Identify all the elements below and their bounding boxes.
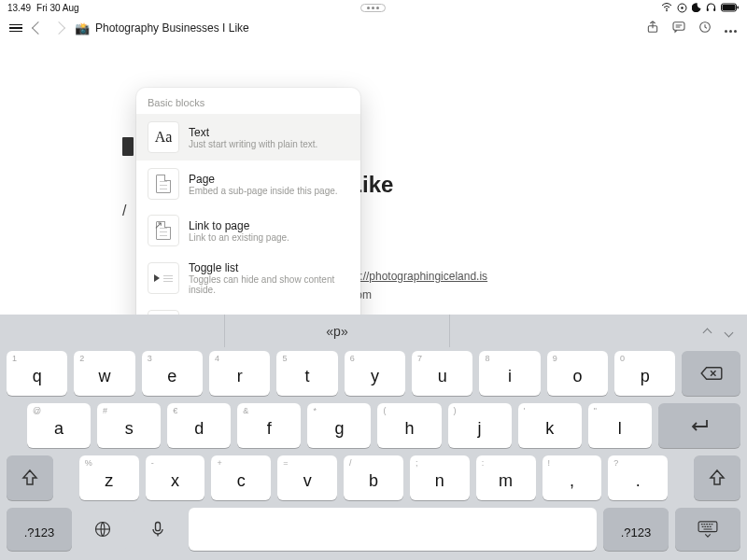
- key-s[interactable]: #s: [97, 403, 161, 448]
- menu-icon[interactable]: [9, 22, 22, 35]
- key-hint: &: [243, 406, 248, 415]
- key-y[interactable]: 6y: [345, 351, 405, 396]
- key-hint: 3: [148, 354, 152, 363]
- key-j[interactable]: )j: [448, 403, 512, 448]
- key-l[interactable]: "l: [588, 403, 652, 448]
- key-d[interactable]: €d: [167, 403, 231, 448]
- key-hint: 5: [282, 354, 287, 363]
- key-hint: !: [548, 458, 551, 468]
- app-toolbar: 📸 Photography Businesses I Like: [0, 15, 747, 41]
- numbers-key-right[interactable]: .?123: [603, 508, 669, 551]
- suggestion-up-icon[interactable]: [704, 323, 711, 340]
- status-time: 13.49: [7, 3, 31, 13]
- wifi-icon: [661, 3, 672, 12]
- space-key[interactable]: [189, 508, 597, 551]
- key-w[interactable]: 2w: [74, 351, 134, 396]
- key-hint: *: [313, 406, 317, 415]
- block-option-title: Link to page: [189, 219, 289, 232]
- comments-icon[interactable]: [671, 20, 686, 37]
- key-i[interactable]: 8i: [479, 351, 540, 396]
- block-option-desc: Toggles can hide and show content inside…: [189, 274, 349, 295]
- key-a[interactable]: @a: [27, 403, 91, 448]
- nav-forward-button[interactable]: [54, 21, 63, 35]
- page-title-breadcrumb: Photography Businesses I Like: [95, 21, 249, 35]
- page-content: I Like / ttps://photographingiceland.is …: [0, 41, 747, 315]
- key-hint: 1: [12, 354, 17, 363]
- nav-back-button[interactable]: [34, 21, 43, 35]
- key-o[interactable]: 9o: [547, 351, 608, 396]
- key-hint: +: [217, 458, 221, 468]
- toggle-list-icon: [148, 262, 179, 294]
- block-option-link-to-page[interactable]: ↗ Link to page Link to an existing page.: [136, 207, 360, 254]
- dnd-moon-icon: [692, 3, 701, 12]
- orientation-lock-icon: [677, 3, 687, 13]
- key-hint: ": [594, 406, 597, 415]
- key-,[interactable]: !,: [543, 455, 602, 500]
- globe-key[interactable]: [78, 508, 127, 551]
- suggestion-left[interactable]: [0, 315, 224, 347]
- block-option-desc: Embed a sub-page inside this page.: [189, 186, 338, 196]
- breadcrumb[interactable]: 📸 Photography Businesses I Like: [75, 21, 249, 35]
- block-option-desc: Link to an existing page.: [189, 232, 289, 243]
- key-f[interactable]: &f: [237, 403, 301, 448]
- key-main: n: [435, 471, 444, 491]
- key-hint: ): [454, 406, 457, 415]
- shift-key-right[interactable]: [694, 455, 740, 500]
- key-hint: -: [151, 458, 154, 468]
- key-c[interactable]: +c: [211, 455, 271, 500]
- suggestion-right[interactable]: [450, 315, 674, 347]
- key-r[interactable]: 4r: [209, 351, 270, 396]
- page-block-icon: [148, 168, 179, 200]
- cover-image-sliver: [122, 137, 134, 156]
- history-icon[interactable]: [698, 20, 712, 37]
- suggestion-down-icon[interactable]: [726, 323, 732, 340]
- key-main: t: [305, 367, 310, 386]
- key-hint: =: [283, 458, 288, 468]
- key-.[interactable]: ?.: [608, 455, 668, 500]
- block-option-desc: Just start writing with plain text.: [189, 139, 317, 149]
- key-g[interactable]: *g: [307, 403, 371, 448]
- key-main: h: [405, 419, 415, 439]
- key-hint: ?: [613, 458, 618, 468]
- more-icon[interactable]: [724, 21, 738, 35]
- multitask-pill-icon[interactable]: [360, 4, 386, 12]
- key-main: p: [641, 367, 650, 386]
- key-n[interactable]: ;n: [410, 455, 470, 500]
- key-hint: 9: [553, 354, 557, 363]
- dictation-key[interactable]: [134, 508, 182, 551]
- block-option-toggle-list[interactable]: Toggle list Toggles can hide and show co…: [136, 254, 360, 302]
- block-option-page[interactable]: Page Embed a sub-page inside this page.: [136, 161, 360, 207]
- onscreen-keyboard: «p» 1q2w3e4r5t6y7u8i9o0p @a#s€d&f*g(h)j'…: [0, 315, 747, 560]
- key-main: .: [636, 471, 641, 491]
- key-b[interactable]: /b: [344, 455, 403, 500]
- return-key[interactable]: [658, 403, 740, 448]
- suggestion-center[interactable]: «p»: [224, 315, 450, 347]
- key-main: z: [105, 471, 113, 491]
- key-q[interactable]: 1q: [7, 351, 67, 396]
- key-h[interactable]: (h: [377, 403, 441, 448]
- key-z[interactable]: %z: [79, 455, 139, 500]
- text-block-icon: Aa: [148, 121, 179, 153]
- key-x[interactable]: -x: [146, 455, 205, 500]
- key-v[interactable]: =v: [277, 455, 337, 500]
- key-main: j: [478, 419, 482, 439]
- backspace-key[interactable]: [682, 351, 740, 396]
- share-icon[interactable]: [645, 20, 660, 37]
- key-hint: ': [524, 406, 526, 415]
- block-option-text[interactable]: Aa Text Just start writing with plain te…: [136, 114, 360, 161]
- shift-key-left[interactable]: [7, 455, 53, 500]
- key-p[interactable]: 0p: [614, 351, 675, 396]
- key-m[interactable]: :m: [476, 455, 536, 500]
- page-link-fragment-1[interactable]: ttps://photographingiceland.is: [342, 270, 487, 283]
- key-main: l: [618, 419, 622, 439]
- key-e[interactable]: 3e: [142, 351, 203, 396]
- slash-indicator[interactable]: /: [122, 203, 126, 219]
- key-u[interactable]: 7u: [412, 351, 472, 396]
- dismiss-keyboard-key[interactable]: [675, 508, 740, 551]
- numbers-key-left[interactable]: .?123: [7, 508, 72, 551]
- page-emoji-icon: 📸: [75, 21, 90, 35]
- key-t[interactable]: 5t: [276, 351, 337, 396]
- key-k[interactable]: 'k: [518, 403, 582, 448]
- block-option-title: Page: [189, 173, 338, 186]
- key-main: v: [303, 471, 312, 491]
